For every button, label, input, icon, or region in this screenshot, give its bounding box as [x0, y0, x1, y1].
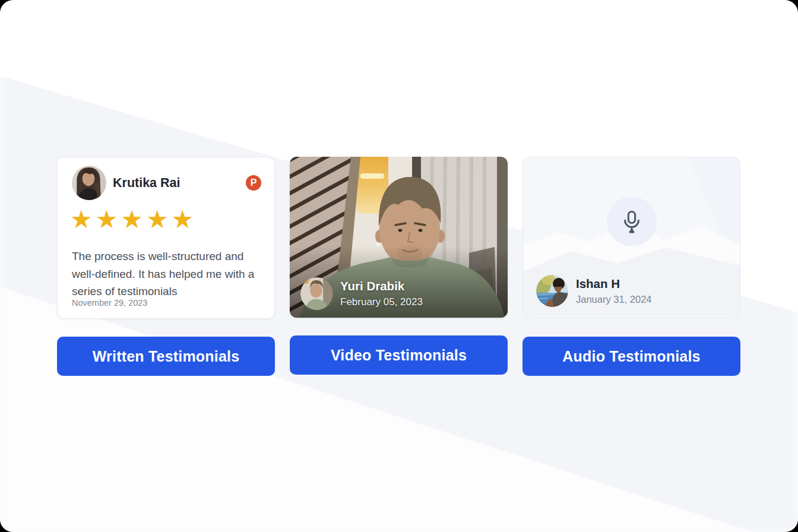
written-column: Krutika Rai P ★★★★★ The process is well-…: [57, 157, 275, 376]
video-speaker-name: Yuri Drabik: [340, 279, 423, 293]
product-hunt-icon[interactable]: P: [246, 175, 261, 191]
video-testimonials-button[interactable]: Video Testimonials: [290, 335, 508, 375]
ishan-avatar: [536, 275, 568, 307]
audio-caption-text: Ishan H January 31, 2024: [576, 277, 652, 305]
video-date: February 05, 2023: [340, 296, 423, 308]
product-hunt-letter: P: [251, 178, 257, 188]
krutika-avatar: [72, 166, 106, 200]
reviewer-name: Krutika Rai: [113, 176, 180, 191]
review-text: The process is well-structured and well-…: [72, 248, 264, 300]
audio-column: Ishan H January 31, 2024 Audio Testimoni…: [522, 157, 740, 376]
star-rating-icons: ★★★★★: [70, 207, 197, 232]
audio-testimonial-card[interactable]: Ishan H January 31, 2024: [522, 157, 740, 319]
yuri-avatar: [300, 277, 333, 310]
microphone-circle: [607, 197, 657, 246]
microphone-icon: [619, 209, 644, 234]
video-testimonial-card[interactable]: Yuri Drabik February 05, 2023: [290, 157, 508, 318]
written-testimonials-button[interactable]: Written Testimonials: [57, 337, 275, 376]
testimonials-panel: Krutika Rai P ★★★★★ The process is well-…: [0, 0, 798, 532]
audio-testimonials-button[interactable]: Audio Testimonials: [522, 337, 740, 376]
video-caption-text: Yuri Drabik February 05, 2023: [340, 279, 423, 308]
review-date: November 29, 2023: [72, 298, 147, 308]
audio-caption: Ishan H January 31, 2024: [536, 275, 652, 307]
audio-date: January 31, 2024: [576, 294, 652, 305]
written-card-header: Krutika Rai: [72, 166, 180, 200]
written-testimonial-card[interactable]: Krutika Rai P ★★★★★ The process is well-…: [57, 157, 275, 319]
audio-speaker-name: Ishan H: [576, 277, 652, 291]
screenshot-stage: Krutika Rai P ★★★★★ The process is well-…: [0, 0, 798, 532]
video-column: Yuri Drabik February 05, 2023 Video Test…: [290, 157, 508, 375]
video-caption: Yuri Drabik February 05, 2023: [300, 277, 423, 310]
